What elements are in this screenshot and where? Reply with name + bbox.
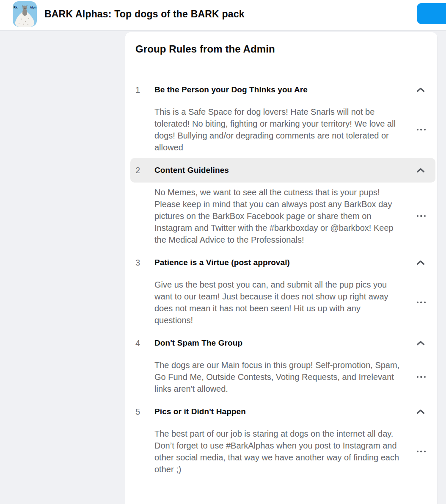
- rule-body-row: No Memes, we want to see all the cutness…: [130, 186, 435, 246]
- more-options-icon[interactable]: [417, 374, 426, 381]
- chevron-up-icon[interactable]: [416, 168, 425, 173]
- rule-number: 5: [135, 407, 154, 417]
- rule-title: Be the Person your Dog Thinks you Are: [154, 85, 416, 94]
- rules-list: 1 Be the Person your Dog Thinks you Are …: [125, 68, 437, 475]
- more-options-icon[interactable]: [417, 299, 426, 306]
- dog-on-mound-illustration: [13, 5, 37, 27]
- more-options-icon[interactable]: [417, 213, 426, 220]
- rule-description: The best part of our job is staring at d…: [154, 428, 400, 475]
- rule-item-4: 4 Don't Spam The Group The dogs are our …: [130, 331, 435, 395]
- rule-header-2[interactable]: 2 Content Guidelines: [130, 158, 435, 183]
- rule-item-3: 3 Patience is a Virtue (post approval) G…: [130, 250, 435, 326]
- rule-description: No Memes, we want to see all the cutness…: [154, 186, 400, 246]
- rule-item-5: 5 Pics or it Didn't Happen The best part…: [130, 399, 435, 475]
- more-options-icon[interactable]: [417, 448, 426, 455]
- chevron-up-icon[interactable]: [416, 260, 425, 265]
- rules-card-title: Group Rules from the Admin: [135, 43, 427, 55]
- group-rules-card: Group Rules from the Admin 1 Be the Pers…: [125, 32, 437, 504]
- rule-body-row: Give us the best post you can, and submi…: [130, 279, 435, 326]
- rule-title: Patience is a Virtue (post approval): [154, 258, 416, 267]
- rule-body-row: The dogs are our Main focus in this grou…: [130, 359, 435, 395]
- rule-description: This is a Safe Space for dog lovers! Hat…: [154, 106, 400, 153]
- rule-number: 4: [135, 338, 154, 348]
- rule-number: 2: [135, 166, 154, 175]
- rule-header-4[interactable]: 4 Don't Spam The Group: [130, 331, 435, 355]
- rule-title: Pics or it Didn't Happen: [154, 407, 416, 416]
- group-title: BARK Alphas: Top dogs of the BARK pack: [44, 0, 245, 30]
- rule-number: 3: [135, 258, 154, 268]
- rule-header-3[interactable]: 3 Patience is a Virtue (post approval): [130, 250, 435, 275]
- rule-title: Content Guidelines: [154, 166, 416, 175]
- chevron-up-icon[interactable]: [416, 341, 425, 346]
- chevron-up-icon[interactable]: [416, 409, 425, 414]
- rule-title: Don't Spam The Group: [154, 338, 416, 348]
- rule-header-1[interactable]: 1 Be the Person your Dog Thinks you Are: [130, 78, 435, 102]
- group-header-bar: Rk: Alph BARK Alphas: Top dogs of the BA…: [0, 0, 446, 30]
- rule-item-2: 2 Content Guidelines No Memes, we want t…: [130, 158, 435, 246]
- more-options-icon[interactable]: [417, 126, 426, 133]
- rule-number: 1: [135, 85, 154, 95]
- primary-action-button[interactable]: [417, 3, 446, 24]
- rule-item-1: 1 Be the Person your Dog Thinks you Are …: [130, 78, 435, 153]
- chevron-up-icon[interactable]: [416, 87, 425, 92]
- group-avatar[interactable]: Rk: Alph: [13, 1, 37, 27]
- rule-header-5[interactable]: 5 Pics or it Didn't Happen: [130, 399, 435, 424]
- rule-description: The dogs are our Main focus in this grou…: [154, 359, 400, 395]
- rule-body-row: This is a Safe Space for dog lovers! Hat…: [130, 106, 435, 153]
- rule-description: Give us the best post you can, and submi…: [154, 279, 400, 326]
- rule-body-row: The best part of our job is staring at d…: [130, 428, 435, 475]
